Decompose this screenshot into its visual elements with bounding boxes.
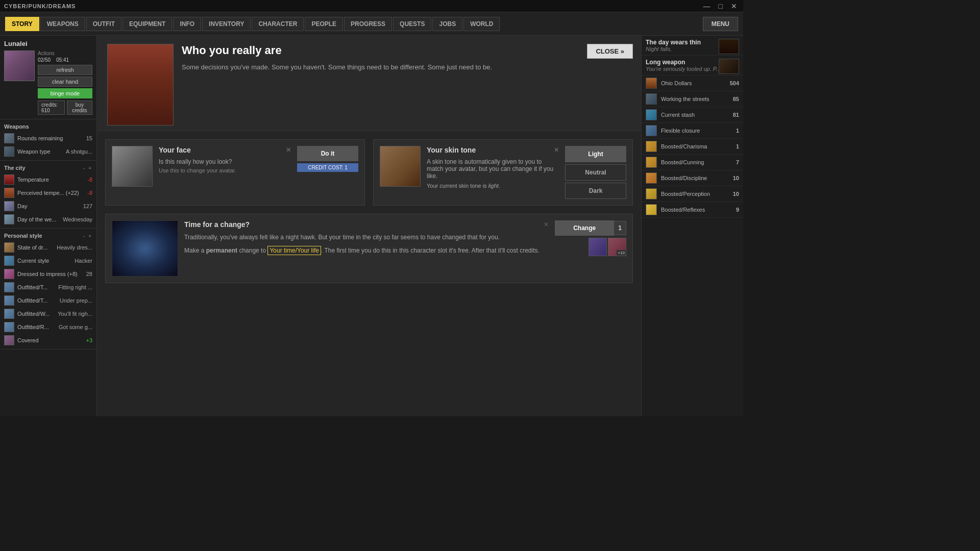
skin-tone-note: Your current skin tone is light.	[427, 183, 559, 189]
change-card-note: Make a permanent change to Your time/You…	[184, 246, 549, 255]
state-dress-label: State of dr...	[17, 244, 54, 251]
menu-button[interactable]: MENU	[703, 17, 738, 31]
weapon-type-value: A shotgu...	[66, 148, 92, 155]
working-streets-icon	[646, 93, 657, 105]
tab-info[interactable]: INFO	[173, 17, 201, 31]
right-item-boosted-discipline[interactable]: Boosted/Discipline 10	[642, 170, 743, 186]
minimize-button[interactable]: —	[701, 2, 713, 10]
sidebar-item-day-of-week[interactable]: Day of the we... Wednesday	[0, 213, 96, 226]
credits-display: credits: 610	[38, 101, 65, 115]
tab-jobs[interactable]: JOBS	[432, 17, 462, 31]
tab-outfit[interactable]: OUTFIT	[86, 17, 121, 31]
right-item-flexible-closure[interactable]: Flexible closure 1	[642, 123, 743, 139]
tab-weapons[interactable]: WEAPONS	[40, 17, 85, 31]
sidebar-item-day[interactable]: Day 127	[0, 199, 96, 213]
tab-inventory[interactable]: INVENTORY	[202, 17, 251, 31]
flexible-closure-value: 1	[736, 128, 739, 134]
right-item-current-stash[interactable]: Current stash 81	[642, 107, 743, 123]
city-section-expand[interactable]: +	[87, 165, 92, 171]
sidebar-item-outfitted-r[interactable]: Outfitted/R... Got some g...	[0, 320, 96, 334]
right-item-boosted-cunning[interactable]: Boosted/Cunning 7	[642, 155, 743, 170]
portrait-image	[108, 44, 173, 125]
sidebar-item-dressed[interactable]: Dressed to impress (+8) 28	[0, 267, 96, 281]
right-item-boosted-charisma[interactable]: Boosted/Charisma 1	[642, 139, 743, 155]
sidebar-item-outfitted-w[interactable]: Outfitted/W... You'll fit righ...	[0, 307, 96, 320]
clear-hand-button[interactable]: clear hand	[38, 77, 92, 87]
perceived-temp-label: Perceived tempe... (+22)	[17, 190, 84, 196]
change-card-actions: Change 1 ×10	[555, 220, 626, 277]
tab-people[interactable]: PEOPLE	[305, 17, 343, 31]
change-portrait-image	[112, 221, 178, 276]
sidebar-item-perceived-temp[interactable]: Perceived tempe... (+22) -8	[0, 186, 96, 199]
face-card: Your face ✕ Is this really how you look?…	[105, 139, 365, 206]
close-button[interactable]: CLOSE »	[587, 44, 633, 59]
right-item-ohio-dollars[interactable]: Ohio Dollars 504	[642, 76, 743, 91]
boosted-perception-value: 10	[733, 191, 739, 197]
tab-equipment[interactable]: EQUIPMENT	[122, 17, 172, 31]
buy-credits-button[interactable]: buy credits	[67, 101, 92, 115]
right-item-boosted-reflexes[interactable]: Boosted/Reflexes 9	[642, 202, 743, 218]
sidebar-item-state-dress[interactable]: State of dr... Heavily dres...	[0, 241, 96, 254]
style-expand[interactable]: +	[87, 233, 92, 239]
working-streets-label: Working the streets	[661, 96, 729, 102]
dressed-icon	[4, 269, 14, 279]
change-card-portrait	[112, 220, 178, 277]
sidebar-item-outfitted-t2[interactable]: Outfitted/T... Under prep...	[0, 294, 96, 307]
boosted-reflexes-value: 9	[736, 207, 739, 213]
skin-card-portrait	[380, 146, 421, 187]
change-card-inner: Time for a change? ✕ Traditionally, you'…	[106, 214, 632, 283]
dark-skin-button[interactable]: Dark	[565, 183, 626, 199]
temperature-icon	[4, 174, 14, 185]
highlight-link[interactable]: Your time/Your life	[267, 246, 321, 255]
skin-card-close[interactable]: ✕	[554, 146, 559, 154]
boosted-reflexes-icon	[646, 204, 657, 215]
covered-label: Covered	[17, 337, 83, 343]
light-skin-button[interactable]: Light	[565, 146, 626, 162]
sidebar-item-weapon-type[interactable]: Weapon type A shotgu...	[0, 145, 96, 158]
binge-mode-button[interactable]: binge mode	[38, 88, 92, 98]
current-style-value: Hacker	[75, 258, 92, 264]
change-card-close[interactable]: ✕	[544, 221, 549, 228]
face-card-close[interactable]: ✕	[286, 146, 291, 154]
right-item-working-streets[interactable]: Working the streets 85	[642, 91, 743, 107]
story-item-long-weapon[interactable]: Long weapon You're seriously tooled up. …	[642, 56, 743, 76]
change-button[interactable]: Change	[555, 220, 614, 236]
sidebar-item-current-style[interactable]: Current style Hacker	[0, 254, 96, 267]
current-stash-icon	[646, 109, 657, 120]
style-collapse[interactable]: -	[82, 233, 86, 239]
change-thumb-1	[589, 238, 607, 256]
actions-label: Actions	[38, 51, 92, 56]
right-item-boosted-perception[interactable]: Boosted/Perception 10	[642, 186, 743, 202]
do-it-button[interactable]: Do it	[297, 146, 358, 161]
story-item-day-wears[interactable]: The day wears thin Night falls.	[642, 36, 743, 56]
neutral-skin-button[interactable]: Neutral	[565, 164, 626, 181]
boosted-discipline-icon	[646, 172, 657, 184]
sidebar-item-outfitted-t1[interactable]: Outfitted/T... Fitting right ...	[0, 281, 96, 294]
boosted-discipline-value: 10	[733, 175, 739, 181]
change-card: Time for a change? ✕ Traditionally, you'…	[105, 214, 633, 283]
sidebar-item-rounds[interactable]: Rounds remaining 15	[0, 132, 96, 145]
sidebar-item-temperature[interactable]: Temperature -8	[0, 173, 96, 186]
outfitted-t1-value: Fitting right ...	[58, 284, 92, 290]
rounds-value: 15	[86, 135, 92, 141]
window-close-button[interactable]: ✕	[729, 2, 739, 10]
change-thumbnails: ×10	[555, 238, 626, 256]
boosted-charisma-label: Boosted/Charisma	[661, 143, 732, 149]
tab-world[interactable]: WORLD	[463, 17, 500, 31]
ohio-dollars-value: 504	[730, 80, 739, 86]
city-section: The city - + Temperature -8 Perceived te…	[0, 161, 96, 229]
outfitted-t2-label: Outfitted/T...	[17, 297, 57, 304]
tab-progress[interactable]: PROGRESS	[344, 17, 392, 31]
maximize-button[interactable]: □	[717, 2, 725, 10]
tab-story[interactable]: STORY	[5, 17, 39, 31]
city-section-collapse[interactable]: -	[82, 165, 86, 171]
skin-tone-buttons: Light Neutral Dark	[565, 146, 626, 199]
change-thumb-2: ×10	[608, 238, 626, 256]
refresh-button[interactable]: refresh	[38, 65, 92, 75]
character-actions: Actions 02/50 05:41 refresh clear hand b…	[38, 51, 92, 115]
content-header: Who you really are Some decisions you've…	[97, 36, 641, 131]
tab-character[interactable]: CHARACTER	[252, 17, 304, 31]
boosted-reflexes-label: Boosted/Reflexes	[661, 207, 732, 213]
tab-quests[interactable]: QUESTS	[393, 17, 431, 31]
sidebar-item-covered[interactable]: Covered +3	[0, 334, 96, 347]
